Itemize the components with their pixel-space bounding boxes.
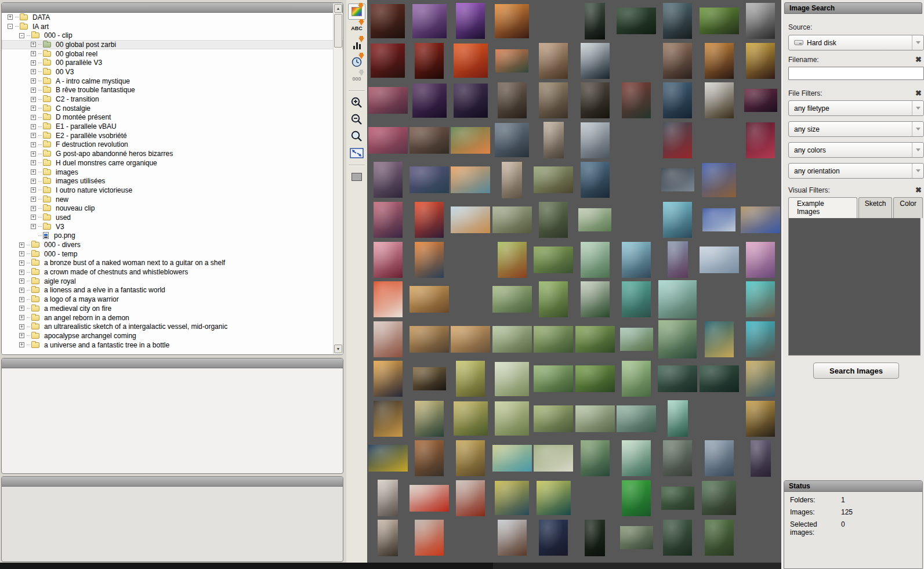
clear-visual-filters-icon[interactable]: ✖ — [915, 187, 923, 194]
thumbnail[interactable] — [539, 520, 568, 556]
expand-icon[interactable]: + — [31, 88, 36, 93]
clear-file-filters-icon[interactable]: ✖ — [915, 90, 923, 97]
thumbnail[interactable] — [746, 361, 775, 397]
thumbnail[interactable] — [581, 281, 610, 317]
thumbnail[interactable] — [539, 281, 568, 317]
thumbnail[interactable] — [658, 320, 697, 358]
collapse-icon[interactable]: - — [19, 33, 24, 38]
thumbnail[interactable] — [454, 401, 488, 436]
thumbnail[interactable] — [622, 242, 651, 278]
thumbnail[interactable] — [741, 206, 780, 233]
tree-item[interactable]: -000 - clip — [2, 31, 343, 40]
scroll-up-icon[interactable]: ▲ — [334, 4, 342, 13]
zoom-out-button[interactable] — [348, 111, 365, 128]
expand-icon[interactable]: + — [31, 187, 36, 193]
tree-item[interactable]: +A - intro calme mystique — [2, 77, 343, 86]
filter-dropdown-any-filetype[interactable]: any filetype — [788, 100, 924, 116]
fit-to-window-button[interactable] — [348, 145, 365, 161]
thumbnail[interactable] — [378, 480, 398, 516]
thumbnail[interactable] — [415, 520, 444, 556]
thumbnail[interactable] — [702, 208, 735, 231]
scroll-down-icon[interactable]: ▼ — [334, 345, 342, 353]
tree-item[interactable]: +used — [2, 213, 343, 222]
thumbnail[interactable] — [374, 202, 403, 238]
expand-icon[interactable]: + — [31, 197, 36, 202]
thumbnail[interactable] — [746, 122, 775, 158]
thumbnail[interactable] — [410, 127, 449, 154]
expand-icon[interactable]: + — [19, 260, 24, 266]
expand-icon[interactable]: + — [31, 224, 36, 229]
tree-item[interactable]: +G post-apo abandonné heros bizarres — [2, 149, 343, 158]
thumbnail[interactable] — [705, 520, 734, 556]
thumbnail[interactable] — [746, 242, 775, 278]
sort-by-date-button[interactable] — [348, 54, 365, 70]
thumbnail[interactable] — [374, 281, 403, 317]
thumbnail[interactable] — [581, 43, 610, 79]
thumbnail[interactable] — [702, 481, 736, 515]
tree-item[interactable]: +000 - divers — [2, 240, 343, 249]
expand-icon[interactable]: + — [19, 242, 24, 248]
dropdown-arrow-icon[interactable] — [912, 143, 923, 157]
thumbnail[interactable] — [622, 480, 651, 516]
thumbnail[interactable] — [456, 3, 485, 39]
tree-item[interactable]: +a universe and a fantastic tree in a bo… — [2, 340, 343, 350]
zoom-button[interactable] — [348, 128, 365, 144]
thumbnail[interactable] — [581, 440, 610, 476]
thumbnail[interactable] — [668, 241, 688, 278]
tree-item[interactable]: +D montée présent — [2, 113, 343, 122]
dropdown-arrow-icon[interactable] — [912, 164, 923, 178]
expand-icon[interactable]: + — [19, 306, 24, 311]
thumbnail[interactable] — [374, 162, 403, 198]
thumbnail[interactable] — [456, 480, 485, 516]
thumbnail[interactable] — [543, 122, 564, 158]
source-dropdown[interactable]: Hard disk — [788, 35, 924, 50]
thumbnail[interactable] — [495, 123, 529, 157]
expand-icon[interactable]: + — [31, 124, 36, 129]
search-images-button[interactable]: Search Images — [813, 363, 899, 379]
tree-item[interactable]: +E1 - parallele vBAU — [2, 122, 343, 131]
tree-item[interactable]: +apocalypse archangel coming — [2, 331, 343, 340]
tree-item[interactable]: +a medieval city on fire — [2, 304, 343, 313]
scrollbar-thumb[interactable] — [334, 14, 342, 48]
thumbnail[interactable] — [492, 326, 532, 353]
thumbnail[interactable] — [581, 242, 610, 278]
tree-item[interactable]: +DATA — [2, 13, 343, 22]
thumbnail[interactable] — [585, 520, 605, 556]
thumbnail[interactable] — [534, 326, 573, 353]
thumbnail[interactable] — [663, 440, 692, 476]
thumbnail[interactable] — [746, 281, 775, 317]
tab-sketch[interactable]: Sketch — [858, 197, 893, 218]
thumbnail[interactable] — [410, 485, 449, 512]
dropdown-arrow-icon[interactable] — [912, 35, 923, 50]
expand-icon[interactable]: + — [31, 133, 36, 138]
tab-example-images[interactable]: Example Images — [788, 197, 857, 218]
expand-icon[interactable]: + — [8, 15, 13, 20]
thumbnail[interactable] — [668, 400, 688, 437]
zoom-in-button[interactable] — [348, 95, 365, 111]
expand-icon[interactable]: + — [19, 251, 24, 256]
expand-icon[interactable]: + — [19, 278, 24, 284]
expand-icon[interactable]: + — [31, 206, 36, 211]
thumbnail[interactable] — [368, 87, 408, 114]
expand-icon[interactable]: + — [19, 297, 24, 302]
thumbnail[interactable] — [498, 82, 527, 118]
thumbnail[interactable] — [534, 247, 573, 273]
thumbnail[interactable] — [539, 202, 568, 238]
expand-icon[interactable]: + — [31, 106, 36, 111]
filename-input[interactable] — [788, 67, 924, 80]
thumbnail[interactable] — [410, 166, 449, 193]
tree-item[interactable]: +00 global reel — [2, 49, 343, 59]
example-images-dropzone[interactable] — [788, 218, 921, 356]
thumbnail[interactable] — [368, 127, 408, 154]
thumbnail[interactable] — [705, 43, 734, 79]
thumbnail[interactable] — [492, 286, 532, 313]
thumbnail[interactable] — [534, 365, 573, 392]
thumbnail[interactable] — [537, 481, 571, 515]
thumbnail[interactable] — [700, 8, 739, 34]
expand-icon[interactable]: + — [31, 42, 36, 47]
thumbnail[interactable] — [575, 326, 615, 353]
thumbnail[interactable] — [663, 202, 692, 238]
thumbnail[interactable] — [620, 526, 653, 549]
thumbnail[interactable] — [456, 440, 485, 476]
thumbnail[interactable] — [410, 326, 449, 353]
